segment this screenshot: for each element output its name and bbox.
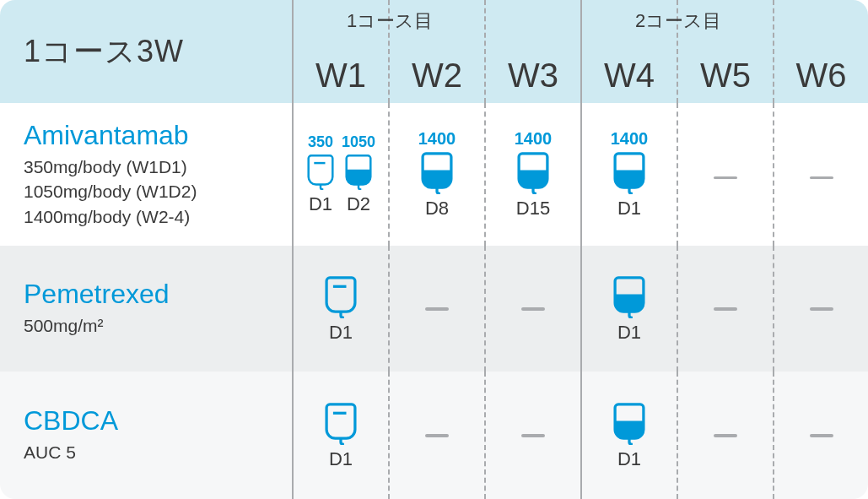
day-label: D2 [347, 193, 370, 215]
schedule-cell [677, 246, 773, 372]
drug-name: Pemetrexed [24, 279, 170, 310]
schedule-cell [677, 372, 773, 499]
schedule-cell: D1 [580, 372, 677, 499]
day-label: D1 [329, 322, 353, 344]
no-dose-icon [810, 434, 833, 437]
day-label: D8 [425, 198, 449, 220]
drug-name: Amivantamab [24, 120, 189, 151]
header-w5: 2コース目 W5 [677, 0, 773, 103]
iv-bag-icon [612, 150, 646, 194]
drug-name-cell: Amivantamab 350mg/body (W1D1) 1050mg/bod… [0, 103, 292, 246]
grid: 1コース3W W1 1コース目 W2 W3 W4 2コース目 W5 W6 Ami… [0, 0, 868, 499]
drug-dose: AUC 5 [24, 440, 76, 464]
course1-label: 1コース目 [342, 8, 437, 34]
iv-bag-icon [516, 150, 550, 194]
dose-label: 1400 [611, 129, 649, 149]
schedule-cell [484, 246, 580, 372]
dose-label: 350 [308, 133, 333, 151]
no-dose-icon [714, 176, 737, 179]
schedule-cell [773, 246, 868, 372]
no-dose-icon [714, 307, 737, 311]
header-w2: 1コース目 W2 [388, 0, 484, 103]
iv-bag-icon [306, 153, 335, 190]
schedule-cell: 1400 D1 [580, 103, 677, 246]
iv-bag-icon [324, 274, 358, 318]
iv-bag-icon [612, 274, 646, 318]
no-dose-icon [521, 434, 545, 437]
week-label: W3 [508, 57, 558, 95]
schedule-table: 1コース3W W1 1コース目 W2 W3 W4 2コース目 W5 W6 Ami… [0, 0, 868, 499]
iv-bag-icon [344, 153, 373, 190]
schedule-cell [388, 246, 484, 372]
drug-name-cell: Pemetrexed 500mg/m² [0, 246, 292, 372]
day-label: D1 [329, 448, 353, 470]
no-dose-icon [810, 176, 833, 179]
no-dose-icon [810, 307, 833, 311]
header-w3: W3 [484, 0, 580, 103]
schedule-cell: 1400 D8 [388, 103, 484, 246]
drug-name-cell: CBDCA AUC 5 [0, 372, 292, 499]
dose-label: 1400 [418, 129, 456, 149]
drug-dose: 350mg/body (W1D1) [24, 155, 187, 179]
header-title-cell: 1コース3W [0, 0, 292, 103]
schedule-cell: D1 [580, 246, 677, 372]
drug-dose: 1400mg/body (W2-4) [24, 204, 190, 229]
twin-bag: 350 D1 1050 D2 [306, 133, 375, 215]
schedule-cell [677, 103, 773, 246]
dose-label: 1400 [515, 129, 553, 149]
day-label: D1 [309, 193, 332, 215]
no-dose-icon [521, 307, 545, 311]
schedule-cell [388, 372, 484, 499]
iv-bag-icon [420, 150, 454, 194]
no-dose-icon [425, 307, 449, 311]
iv-bag-icon [612, 401, 646, 445]
schedule-cell: 1400 D15 [484, 103, 580, 246]
no-dose-icon [425, 434, 449, 437]
no-dose-icon [714, 434, 737, 437]
header-w6: W6 [773, 0, 868, 103]
schedule-cell: D1 [292, 246, 388, 372]
schedule-cell: 350 D1 1050 D2 [292, 103, 388, 246]
schedule-cell [773, 372, 868, 499]
week-label: W1 [315, 57, 366, 95]
drug-dose: 1050mg/body (W1D2) [24, 179, 197, 203]
day-label: D15 [516, 198, 550, 220]
course2-label: 2コース目 [631, 8, 725, 34]
week-label: W2 [412, 57, 462, 95]
drug-dose: 500mg/m² [24, 313, 104, 338]
iv-bag-icon [324, 401, 358, 445]
day-label: D1 [617, 448, 641, 470]
week-label: W4 [604, 57, 655, 95]
week-label: W6 [796, 57, 847, 95]
day-label: D1 [617, 322, 641, 344]
drug-name: CBDCA [24, 405, 118, 437]
day-label: D1 [617, 198, 641, 220]
schedule-cell [484, 372, 580, 499]
week-label: W5 [700, 57, 751, 95]
schedule-cell [773, 103, 868, 246]
schedule-cell: D1 [292, 372, 388, 499]
dose-label: 1050 [342, 133, 375, 151]
cycle-title: 1コース3W [24, 31, 184, 73]
